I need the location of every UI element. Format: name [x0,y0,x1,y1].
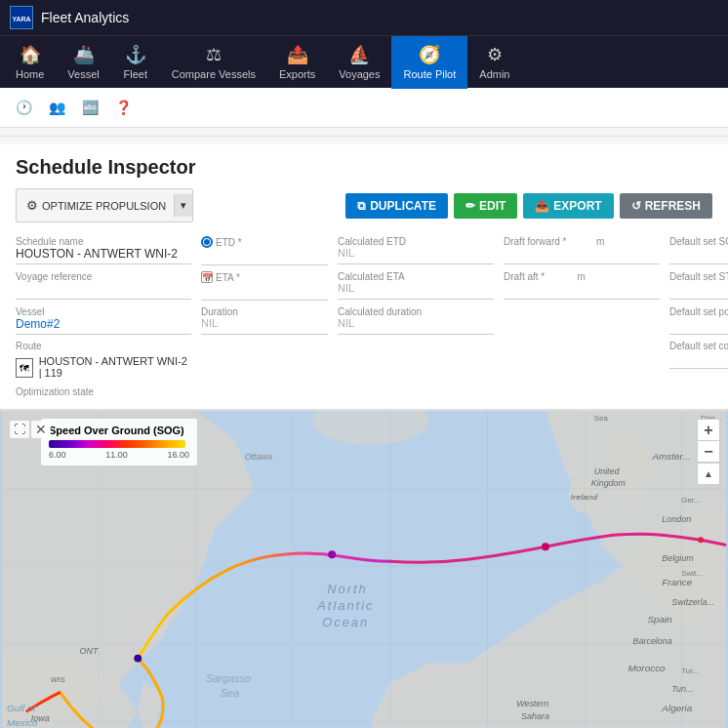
default-consumption-field: Default set consumption t/24h [669,341,728,369]
nav-compare[interactable]: ⚖ Compare Vessels [160,36,267,89]
vessel-field: Vessel Demo#2 [16,306,191,335]
action-row: ⚙ OPTIMIZE PROPULSION ▾ ⧉ DUPLICATE ✏ ED… [16,188,712,222]
action-buttons: ⧉ DUPLICATE ✏ EDIT 📤 EXPORT ↺ REFRESH [345,193,712,219]
svg-text:North: North [327,582,368,596]
svg-text:Morocco: Morocco [628,663,667,673]
fleet-icon: ⚓ [125,44,146,65]
voyage-ref-label: Voyage reference [16,271,191,282]
clock-icon[interactable]: 🕐 [10,94,37,121]
home-icon: 🏠 [20,44,41,65]
toolbar-divider [0,136,728,137]
svg-point-23 [134,655,142,663]
map-close-button[interactable]: ✕ [31,421,51,438]
svg-text:Algeria: Algeria [661,703,692,713]
default-consumption-value[interactable] [669,351,728,369]
text-icon[interactable]: 🔤 [76,94,103,121]
default-sog-field: Default set SOG kn [669,236,728,264]
nav-home[interactable]: 🏠 Home [4,36,56,89]
svg-text:Ocean: Ocean [322,615,369,629]
route-value[interactable]: HOUSTON - ANTWERT WNI-2 | 119 [39,355,191,381]
default-power-value[interactable] [669,317,728,335]
duplicate-button[interactable]: ⧉ DUPLICATE [345,193,448,219]
draft-forward-value[interactable] [504,247,660,264]
svg-text:United: United [594,466,621,476]
nav-admin[interactable]: ⚙ Admin [467,36,521,89]
draft-aft-label: Draft aft * m [504,271,660,282]
svg-text:Barcelona: Barcelona [633,636,672,646]
zoom-in-button[interactable]: + [698,420,719,441]
default-consumption-label: Default set consumption t/24h [669,341,728,351]
route-label: Route [16,341,191,351]
svg-text:Ger...: Ger... [681,496,700,505]
nav-exports[interactable]: 📤 Exports [267,36,327,89]
draft-forward-field: Draft forward * m [504,236,660,264]
nav-voyages-label: Voyages [339,68,380,80]
voyages-icon: ⛵ [348,44,370,65]
calc-eta-field: Calculated ETA NIL [338,271,494,300]
duration-label: Duration [201,306,328,317]
eta-value[interactable] [201,283,328,301]
vessel-value[interactable]: Demo#2 [16,317,191,335]
svg-text:France: France [662,577,692,587]
map-expand-button[interactable]: ⛶ [10,421,29,438]
app-title: Fleet Analytics [41,10,129,25]
svg-text:Spain: Spain [647,614,672,625]
svg-text:Sahara: Sahara [521,711,549,721]
schedule-name-value[interactable]: HOUSTON - ANTWERT WNI-2 [16,247,191,264]
route-box: 🗺 HOUSTON - ANTWERT WNI-2 | 119 [16,355,191,381]
svg-text:Sea: Sea [594,414,609,423]
default-sog-label: Default set SOG kn [669,236,728,247]
optimize-icon: ⚙ [26,198,38,213]
top-bar: YARA Fleet Analytics [0,0,728,35]
edit-icon: ✏ [465,199,475,213]
voyage-ref-value[interactable] [16,282,191,300]
svg-point-25 [542,543,549,550]
north-button[interactable]: ▲ [698,463,719,484]
edit-button[interactable]: ✏ EDIT [454,193,517,219]
help-icon[interactable]: ❓ [109,94,137,121]
svg-point-24 [328,550,336,558]
eta-field: 📅 ETA * [201,271,328,301]
optimize-dropdown-arrow[interactable]: ▾ [174,194,192,217]
svg-text:Sargasso: Sargasso [206,672,251,684]
etd-radio[interactable] [201,236,213,248]
vessel-label: Vessel [16,306,191,317]
svg-text:Tur...: Tur... [681,667,699,675]
svg-text:Mexico: Mexico [7,717,38,728]
default-sog-value[interactable] [669,247,728,264]
refresh-icon: ↺ [631,199,641,213]
default-stw-value[interactable] [669,282,728,300]
default-power-field: Default set power kW [669,306,728,335]
calc-etd-field: Calculated ETD NIL [338,236,494,264]
nav-routepilot[interactable]: 🧭 Route Pilot [391,36,467,89]
svg-text:Western: Western [516,699,548,708]
optimize-button[interactable]: ⚙ OPTIMIZE PROPULSION ▾ [16,188,193,222]
duplicate-icon: ⧉ [357,199,366,213]
optimization-state-field: Optimization state [16,386,728,397]
map-zoom-controls: + − ▲ [697,419,720,485]
zoom-out-button[interactable]: − [698,441,719,463]
draft-aft-value[interactable] [504,282,660,300]
refresh-button[interactable]: ↺ REFRESH [620,193,712,219]
nav-fleet[interactable]: ⚓ Fleet [111,36,160,89]
legend-max: 16.00 [167,450,189,460]
svg-point-26 [698,537,704,543]
schedule-name-field: Schedule name HOUSTON - ANTWERT WNI-2 [16,236,191,264]
nav-exports-label: Exports [279,68,315,80]
users-icon[interactable]: 👥 [43,94,70,121]
export-icon: 📤 [535,199,549,213]
calc-etd-value: NIL [338,247,494,264]
svg-text:Belgium: Belgium [662,553,694,563]
svg-text:Sea: Sea [221,687,239,699]
etd-value[interactable] [201,248,328,265]
toolbar-row: 🕐 👥 🔤 ❓ [0,88,728,128]
voyage-ref-field: Voyage reference [16,271,191,300]
nav-voyages[interactable]: ⛵ Voyages [327,36,391,89]
nav-admin-label: Admin [479,68,509,80]
nav-vessel[interactable]: 🚢 Vessel [56,36,110,89]
export-button[interactable]: 📤 EXPORT [523,193,613,219]
legend-title: Speed Over Ground (SOG) [49,425,189,436]
app-logo: YARA [10,6,33,29]
exports-icon: 📤 [287,44,308,65]
svg-text:Gulf of: Gulf of [7,703,37,713]
